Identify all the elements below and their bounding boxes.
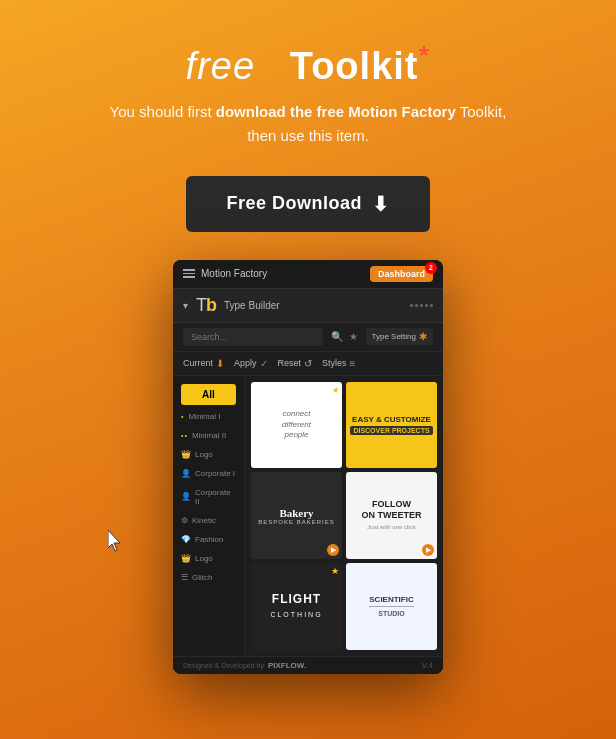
sidebar-item-fashion[interactable]: 💎 Fashion (173, 530, 244, 549)
reset-label: Reset (278, 358, 302, 368)
all-label: All (202, 389, 215, 400)
styles-label: Styles (322, 358, 347, 368)
apply-check-icon: ✓ (260, 358, 268, 369)
sidebar-item-corporate-i[interactable]: 👤 Corporate I (173, 464, 244, 483)
play-icon-follow[interactable]: ▶ (422, 544, 434, 556)
glitch-icon: ☰ (181, 573, 188, 582)
search-row: Search... 🔍 ★ Type Setting ✱ (173, 323, 443, 352)
grid-cell-customize[interactable]: EASY & CUSTOMIZEDISCOVER PROJECTS (346, 382, 437, 469)
bakery-text: Bakery BESPOKE BAKERIES (258, 507, 334, 525)
footer-designed-by: Designed & Developed by (183, 662, 264, 669)
subtitle: You should first download the free Motio… (110, 100, 507, 148)
kinetic-label: Kinetic (192, 516, 216, 525)
scientific-text: SCIENTIFICSTUDIO (369, 594, 413, 618)
title-asterisk: * (418, 40, 430, 71)
grid-cell-follow[interactable]: FOLLOWON TWEETER Just with one click ▶ (346, 472, 437, 559)
type-builder-row: ▾ Tb Type Builder (173, 289, 443, 323)
reset-icon: ↺ (304, 358, 312, 369)
minimal-ii-dot-icon: •• (181, 432, 188, 439)
page-title: free Toolkit* (110, 40, 507, 88)
current-download-icon: ⬇ (216, 358, 224, 369)
styles-icon: ≡ (350, 358, 356, 369)
grid-cell-flight[interactable]: ★ FLIGHTCLOTHING (251, 563, 342, 650)
grid-cell-connect[interactable]: ★ connectdifferentpeople (251, 382, 342, 469)
title-italic: free (186, 45, 255, 87)
grid-cell-connect-text: connectdifferentpeople (282, 409, 311, 440)
header-section: free Toolkit* You should first download … (110, 40, 507, 148)
type-setting-label: Type Setting (372, 332, 416, 341)
styles-grid: ★ connectdifferentpeople EASY & CUSTOMIZ… (245, 376, 443, 656)
footer-brand: PIXFLOW. (268, 661, 306, 670)
current-label: Current (183, 358, 213, 368)
sidebar-item-minimal-ii[interactable]: •• Minimal II (173, 426, 244, 445)
logo-label: Logo (195, 450, 213, 459)
sidebar-item-kinetic[interactable]: ⚙ Kinetic (173, 511, 244, 530)
expand-arrow-icon[interactable]: ▾ (183, 300, 188, 311)
type-setting-button[interactable]: Type Setting ✱ (366, 328, 433, 345)
sidebar-item-minimal-i[interactable]: • Minimal I (173, 407, 244, 426)
bakery-sub: BESPOKE BAKERIES (258, 519, 334, 525)
app-footer: Designed & Developed by PIXFLOW. V.4 (173, 656, 443, 674)
minimal-i-dot-icon: • (181, 413, 184, 420)
topbar-left: Motion Factory (183, 268, 267, 279)
hamburger-icon[interactable] (183, 269, 195, 278)
toolbar-row: Current ⬇ Apply ✓ Reset ↺ Styles ≡ (173, 352, 443, 376)
logo-2-icon: 👑 (181, 554, 191, 563)
wrench-icon: ✱ (419, 331, 427, 342)
apply-label: Apply (234, 358, 257, 368)
favorites-star-icon[interactable]: ★ (349, 331, 358, 342)
apply-button[interactable]: Apply ✓ (234, 358, 268, 369)
grid-cell-customize-text: EASY & CUSTOMIZEDISCOVER PROJECTS (350, 414, 432, 436)
fashion-label: Fashion (195, 535, 223, 544)
main-content: All • Minimal I •• Minimal II 👑 Logo 👤 C… (173, 376, 443, 656)
footer-credit: Designed & Developed by PIXFLOW. (183, 661, 306, 670)
sidebar-item-logo[interactable]: 👑 Logo (173, 445, 244, 464)
download-btn-label: Free Download (226, 193, 362, 214)
grid-cell-scientific[interactable]: SCIENTIFICSTUDIO (346, 563, 437, 650)
app-title: Motion Factory (201, 268, 267, 279)
minimal-ii-label: Minimal II (192, 431, 226, 440)
subtitle-bold: download the free (216, 103, 344, 120)
sidebar-item-corporate-ii[interactable]: 👤 Corporate II (173, 483, 244, 511)
corporate-ii-icon: 👤 (181, 492, 191, 501)
styles-button[interactable]: Styles ≡ (322, 358, 355, 369)
free-download-button[interactable]: Free Download ⬇ (186, 176, 429, 232)
kinetic-icon: ⚙ (181, 516, 188, 525)
fashion-icon: 💎 (181, 535, 191, 544)
dashboard-label: Dashboard (378, 269, 425, 279)
sidebar-item-logo-2[interactable]: 👑 Logo (173, 549, 244, 568)
corporate-i-icon: 👤 (181, 469, 191, 478)
sidebar-item-glitch[interactable]: ☰ Glitch (173, 568, 244, 587)
app-window: Motion Factory Dashboard 2 ▾ Tb Type Bui… (173, 260, 443, 674)
notification-badge: 2 (425, 262, 437, 274)
subtitle-suffix: Toolkit, (456, 103, 507, 120)
reset-button[interactable]: Reset ↺ (278, 358, 313, 369)
subtitle-brand: Motion Factory (344, 103, 456, 120)
dashboard-button[interactable]: Dashboard 2 (370, 266, 433, 282)
subtitle-prefix: You should first (110, 103, 216, 120)
app-topbar: Motion Factory Dashboard 2 (173, 260, 443, 289)
search-icons: 🔍 ★ (331, 331, 358, 342)
search-input[interactable]: Search... (183, 328, 323, 346)
search-placeholder: Search... (191, 332, 227, 342)
type-builder-label: Type Builder (224, 300, 280, 311)
star-icon-flight: ★ (331, 566, 339, 576)
notification-count: 2 (429, 264, 433, 271)
grid-cell-bakery[interactable]: Bakery BESPOKE BAKERIES ▶ (251, 472, 342, 559)
corporate-i-label: Corporate I (195, 469, 235, 478)
title-bold: Toolkit (290, 45, 419, 87)
preview-dots (410, 304, 433, 307)
play-icon[interactable]: ▶ (327, 544, 339, 556)
search-icon[interactable]: 🔍 (331, 331, 343, 342)
subtitle-line2: then use this item. (247, 127, 369, 144)
current-button[interactable]: Current ⬇ (183, 358, 224, 369)
tb-logo: Tb (196, 295, 216, 316)
follow-text: FOLLOWON TWEETER Just with one click (362, 499, 422, 531)
corporate-ii-label: Corporate II (195, 488, 236, 506)
logo-2-label: Logo (195, 554, 213, 563)
download-arrow-icon: ⬇ (372, 192, 390, 216)
bakery-name: Bakery (258, 507, 334, 519)
sidebar-item-all[interactable]: All (181, 384, 236, 405)
minimal-i-label: Minimal I (188, 412, 220, 421)
footer-version: V.4 (422, 661, 433, 670)
